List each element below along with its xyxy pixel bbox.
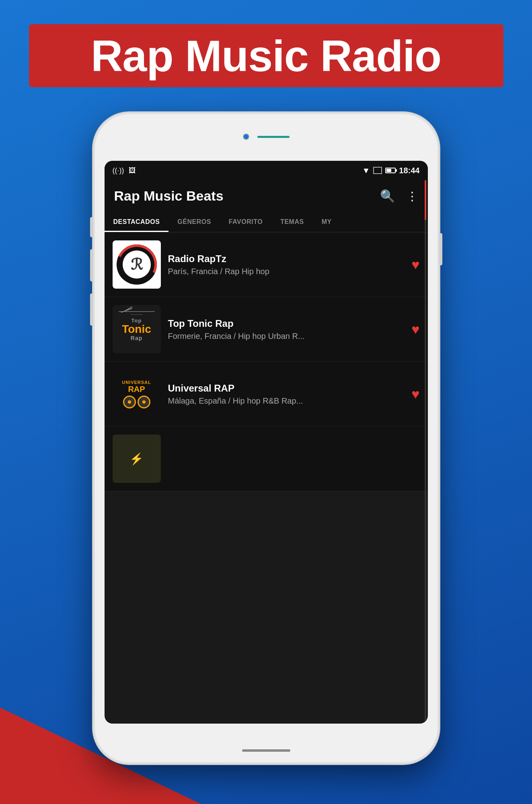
battery-icon xyxy=(385,168,396,173)
status-bar: ((·)) 🖼 ▼ 18:44 xyxy=(105,161,428,180)
radio-info-raptz: Radio RapTz París, Francia / Rap Hip hop xyxy=(168,253,405,276)
favorite-raptz[interactable]: ♥ xyxy=(411,257,419,273)
more-icon[interactable]: ⋮ xyxy=(406,189,418,203)
power-button xyxy=(439,233,442,265)
vinyl-2 xyxy=(138,396,150,408)
search-icon[interactable]: 🔍 xyxy=(380,189,395,203)
tab-my[interactable]: MY xyxy=(313,212,341,232)
radio-subtitle-toptonic: Formerie, Francia / Hip hop Urban R... xyxy=(168,332,405,341)
scrollbar-thumb xyxy=(425,180,426,220)
vinyl-1 xyxy=(123,396,136,408)
home-indicator[interactable] xyxy=(242,749,290,752)
header-title: Rap Music Radio xyxy=(45,31,487,80)
radio-logo-fourth: ⚡ xyxy=(113,435,161,483)
scrollbar[interactable] xyxy=(425,180,426,724)
tab-favorito[interactable]: FAVORITO xyxy=(220,212,271,232)
radio-item-universal[interactable]: UNIVERSAL RAP Universal RAP Málaga, Espa… xyxy=(105,362,428,427)
favorite-toptonic[interactable]: ♥ xyxy=(411,322,419,337)
radio-list: ℛ Radio RapTz París, Francia / Rap Hip h… xyxy=(105,232,428,491)
image-status-icon: 🖼 xyxy=(129,166,136,175)
signal-icon xyxy=(373,167,382,174)
radio-info-universal: Universal RAP Málaga, España / Hip hop R… xyxy=(168,383,405,406)
camera-dot xyxy=(243,133,249,140)
tab-temas[interactable]: TEMAS xyxy=(271,212,313,232)
radio-status-icon: ((·)) xyxy=(113,166,124,175)
header-banner: Rap Music Radio xyxy=(29,24,503,87)
mute-button xyxy=(90,217,93,237)
radio-info-toptonic: Top Tonic Rap Formerie, Francia / Hip ho… xyxy=(168,318,405,341)
radio-info-fourth xyxy=(168,457,420,460)
volume-down-button xyxy=(90,293,93,326)
earpiece-area xyxy=(243,133,290,140)
radio-logo-raptz: ℛ xyxy=(113,240,161,289)
radio-name-toptonic: Top Tonic Rap xyxy=(168,318,405,329)
radio-name-universal: Universal RAP xyxy=(168,383,405,394)
tabs-bar: DESTACADOS GÉNEROS FAVORITO TEMAS MY xyxy=(105,212,428,232)
radio-subtitle-universal: Málaga, España / Hip hop R&B Rap... xyxy=(168,396,405,406)
app-header-icons: 🔍 ⋮ xyxy=(380,189,418,203)
radio-logo-universal: UNIVERSAL RAP xyxy=(113,370,161,418)
radio-item-toptonic[interactable]: Top Tonic Rap Top Tonic Rap Formerie, Fr… xyxy=(105,297,428,362)
radio-item-fourth[interactable]: ⚡ xyxy=(105,427,428,491)
phone-shell: ((·)) 🖼 ▼ 18:44 xyxy=(93,113,439,764)
status-time: 18:44 xyxy=(399,166,419,175)
radio-logo-toptonic: Top Tonic Rap xyxy=(113,305,161,353)
status-left: ((·)) 🖼 xyxy=(113,166,136,175)
radio-name-raptz: Radio RapTz xyxy=(168,253,405,265)
status-right: ▼ 18:44 xyxy=(362,166,420,175)
app-title: Rap Music Beats xyxy=(114,188,224,204)
vinyl-discs xyxy=(123,396,150,408)
tab-generos[interactable]: GÉNEROS xyxy=(168,212,220,232)
wifi-icon: ▼ xyxy=(362,166,370,175)
radio-item-raptz[interactable]: ℛ Radio RapTz París, Francia / Rap Hip h… xyxy=(105,232,428,297)
radio-subtitle-raptz: París, Francia / Rap Hip hop xyxy=(168,267,405,276)
favorite-universal[interactable]: ♥ xyxy=(411,386,419,402)
earpiece-speaker xyxy=(257,136,290,138)
phone-screen: ((·)) 🖼 ▼ 18:44 xyxy=(105,161,428,724)
phone-wrapper: ((·)) 🖼 ▼ 18:44 xyxy=(93,113,439,764)
app-header: Rap Music Beats 🔍 ⋮ xyxy=(105,180,428,212)
tab-destacados[interactable]: DESTACADOS xyxy=(105,212,169,232)
volume-up-button xyxy=(90,249,93,281)
